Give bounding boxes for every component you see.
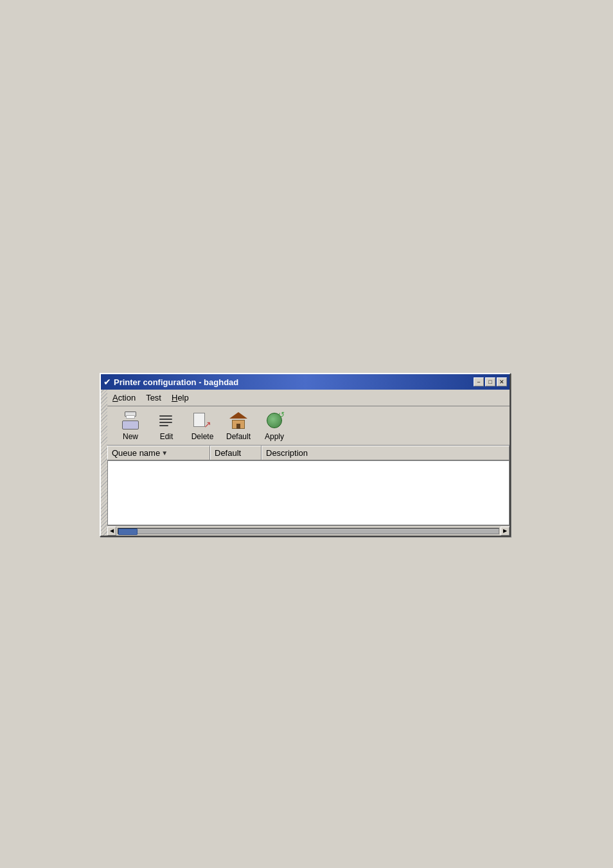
window-bottom-bar: ◀ ▶ [107,525,510,536]
delete-label: Delete [191,432,214,441]
toolbar: New Edit ↗ [107,406,510,446]
titlebar-left: ✔ Printer configuration - baghdad [103,377,238,387]
col-default: Default [210,446,262,460]
default-button[interactable]: Default [220,409,256,442]
delete-button[interactable]: ↗ Delete [184,409,220,442]
new-label: New [123,432,138,441]
scroll-right-button[interactable]: ▶ [501,527,510,536]
edit-label: Edit [160,432,173,441]
col-queue-name-label: Queue name [112,448,160,458]
menu-test[interactable]: Test [143,392,164,403]
apply-icon: ↺ [264,410,285,431]
titlebar: ✔ Printer configuration - baghdad − □ ✕ [101,374,510,390]
col-queue-name[interactable]: Queue name ▼ [107,446,210,460]
new-button[interactable]: New [112,409,148,442]
edit-button[interactable]: Edit [148,409,184,442]
default-label: Default [226,432,251,441]
edit-icon [156,410,177,431]
col-default-label: Default [215,448,241,458]
scroll-left-button[interactable]: ◀ [107,527,116,536]
printer-config-window: ✔ Printer configuration - baghdad − □ ✕ … [100,373,511,537]
close-button[interactable]: ✕ [497,377,507,386]
menu-help[interactable]: Help [169,392,191,403]
titlebar-app-icon: ✔ [103,377,111,387]
horizontal-scrollbar[interactable] [118,527,499,535]
stripe-decoration [101,390,107,536]
table-header: Queue name ▼ Default Description [107,446,510,461]
minimize-button[interactable]: − [474,377,484,386]
menubar: Action Test Help [107,390,510,406]
queue-name-dropdown-icon[interactable]: ▼ [161,449,168,457]
new-icon [120,410,141,431]
titlebar-buttons: − □ ✕ [474,377,507,386]
default-icon [228,410,249,431]
table-body [107,461,510,525]
delete-icon: ↗ [192,410,213,431]
apply-button[interactable]: ↺ Apply [256,409,292,442]
menu-action[interactable]: Action [110,392,138,403]
scroll-track[interactable] [118,528,499,534]
apply-label: Apply [265,432,284,441]
col-description: Description [262,446,510,460]
titlebar-title: Printer configuration - baghdad [114,377,238,387]
maximize-button[interactable]: □ [485,377,495,386]
col-description-label: Description [266,448,308,458]
scroll-thumb[interactable] [118,529,138,535]
window-content: Action Test Help New [107,390,510,536]
